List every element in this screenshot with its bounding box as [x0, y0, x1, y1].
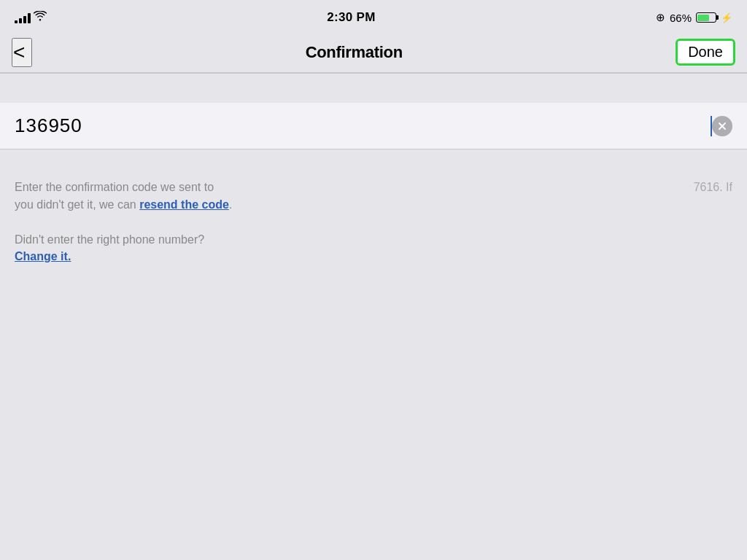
- status-left: [15, 11, 47, 24]
- info-prefix: Enter the confirmation code we sent to: [15, 181, 214, 193]
- done-button[interactable]: Done: [676, 39, 735, 66]
- status-bar: 2:30 PM ⊕ 66% ⚡: [0, 0, 747, 32]
- clear-button[interactable]: [712, 116, 732, 136]
- info-suffix: you didn't get it, we can: [15, 198, 136, 211]
- battery-icon: [696, 12, 716, 23]
- nav-bar: < Confirmation Done: [0, 32, 747, 73]
- battery-percent: 66%: [670, 12, 692, 24]
- info-phone-partial: 7616. If: [694, 179, 732, 196]
- info-section: Enter the confirmation code we sent to 7…: [0, 164, 747, 214]
- status-right: ⊕ 66% ⚡: [656, 11, 732, 24]
- page-title: Confirmation: [306, 43, 403, 62]
- info-punctuation: .: [229, 198, 232, 211]
- confirmation-code-input[interactable]: [15, 114, 710, 137]
- info-text: Enter the confirmation code we sent to 7…: [15, 179, 732, 214]
- back-button[interactable]: <: [12, 38, 32, 67]
- change-it-link[interactable]: Change it.: [15, 250, 71, 262]
- resend-link[interactable]: resend the code: [139, 198, 229, 211]
- signal-icon: [15, 12, 31, 23]
- change-phone-section: Didn't enter the right phone number? Cha…: [0, 231, 747, 263]
- code-input-row: [0, 103, 747, 149]
- code-input-wrapper[interactable]: [15, 114, 712, 137]
- lock-icon: ⊕: [656, 11, 665, 24]
- bolt-icon: ⚡: [721, 12, 732, 23]
- status-time: 2:30 PM: [327, 10, 375, 25]
- spacer-mid: [0, 149, 747, 164]
- spacer-top: [0, 74, 747, 88]
- change-phone-question: Didn't enter the right phone number?: [15, 231, 732, 249]
- wifi-icon: [34, 11, 47, 24]
